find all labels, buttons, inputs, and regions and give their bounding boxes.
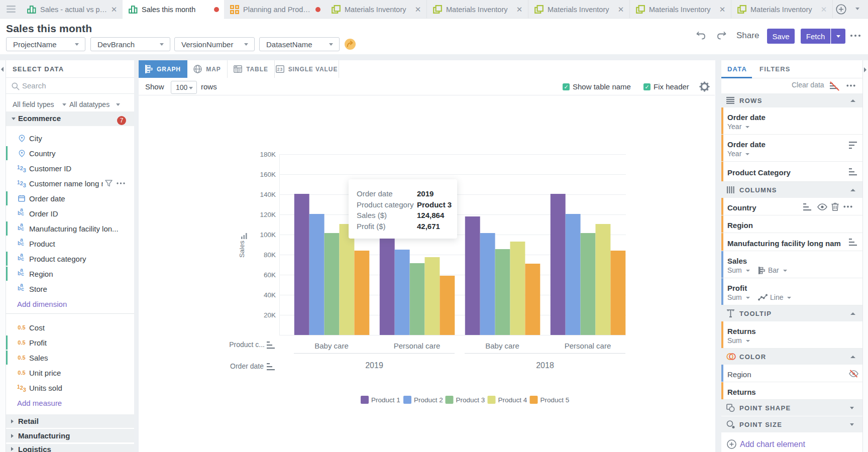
svg-text:140K: 140K [260,191,276,198]
svg-text:40K: 40K [264,291,276,299]
svg-text:Baby care: Baby care [314,342,349,350]
svg-text:23: 23 [277,67,283,72]
svg-text:Sales: Sales [238,241,246,258]
svg-text:60K: 60K [264,271,276,279]
svg-text:Product c...: Product c... [229,341,265,349]
svg-text:Product 1: Product 1 [371,396,400,404]
svg-text:Product 5: Product 5 [540,396,570,404]
svg-text:Personal care: Personal care [394,342,441,350]
svg-text:Product 2: Product 2 [414,396,443,404]
svg-text:160K: 160K [260,171,276,178]
svg-text:Product 4: Product 4 [498,396,527,404]
svg-text:120K: 120K [260,211,276,218]
svg-text:Personal care: Personal care [565,342,611,350]
svg-text:100K: 100K [260,231,276,239]
svg-text:2019: 2019 [365,361,383,370]
svg-text:Product 3: Product 3 [456,396,485,404]
svg-text:20K: 20K [264,311,276,319]
svg-text:Baby care: Baby care [485,342,519,350]
svg-text:2018: 2018 [536,361,554,370]
svg-text:80K: 80K [264,251,276,259]
svg-text:Order date: Order date [230,362,264,370]
svg-text:180K: 180K [260,151,276,158]
